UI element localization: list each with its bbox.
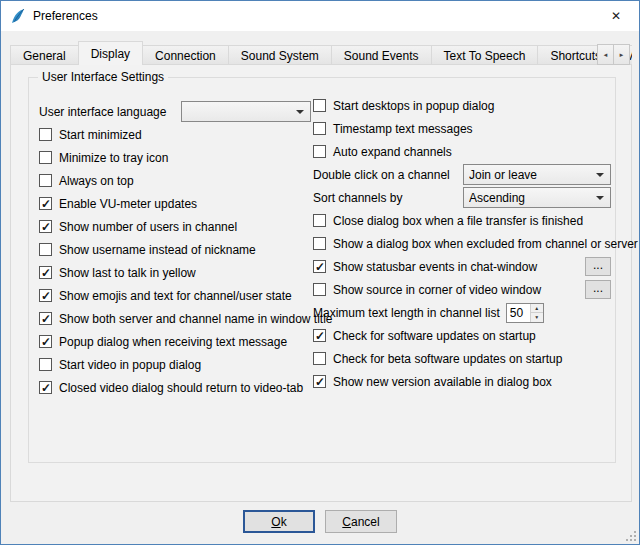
tab-scroll-buttons: ◄ ►: [598, 44, 630, 65]
spinner-up-icon[interactable]: ▲: [531, 304, 543, 314]
tab-sound-system[interactable]: Sound System: [228, 45, 332, 65]
checkbox-dialog-when-excluded[interactable]: Show a dialog box when excluded from cha…: [313, 232, 611, 255]
checkbox[interactable]: [39, 335, 52, 348]
ok-button[interactable]: Ok: [243, 510, 315, 533]
right-column: Start desktops in popup dialog Timestamp…: [313, 94, 611, 393]
tab-connection[interactable]: Connection: [142, 45, 229, 65]
checkbox-minimize-to-tray[interactable]: Minimize to tray icon: [39, 146, 311, 169]
checkbox[interactable]: [39, 220, 52, 233]
tab-general[interactable]: General: [10, 45, 79, 65]
checkbox-close-on-transfer-finished[interactable]: Close dialog box when a file transfer is…: [313, 209, 611, 232]
checkbox-desktops-popup[interactable]: Start desktops in popup dialog: [313, 94, 611, 117]
app-logo-icon: [10, 8, 26, 24]
ui-settings-groupbox: User Interface Settings User interface l…: [28, 77, 616, 463]
chevron-down-icon: [596, 196, 604, 204]
chevron-down-icon: [596, 173, 604, 181]
left-column: User interface language Start minimized …: [39, 100, 311, 399]
checkbox-check-updates[interactable]: Check for software updates on startup: [313, 324, 611, 347]
double-click-label: Double click on a channel: [313, 168, 450, 182]
sort-channels-label: Sort channels by: [313, 191, 402, 205]
dialog-footer: Ok Cancel: [1, 510, 639, 533]
preferences-dialog: Preferences ✕ General Display Connection…: [0, 0, 640, 545]
checkbox-video-popup-dialog[interactable]: Start video in popup dialog: [39, 353, 311, 376]
checkbox-check-beta-updates[interactable]: Check for beta software updates on start…: [313, 347, 611, 370]
sort-channels-row: Sort channels by Ascending: [313, 186, 611, 209]
sort-channels-combobox[interactable]: Ascending: [463, 187, 611, 208]
checkbox[interactable]: [313, 260, 326, 273]
checkbox-new-version-dialog[interactable]: Show new version available in dialog box: [313, 370, 611, 393]
tab-scroll-right-button[interactable]: ►: [613, 44, 630, 65]
language-combobox[interactable]: [181, 101, 311, 122]
checkbox[interactable]: [313, 214, 326, 227]
checkbox[interactable]: [39, 174, 52, 187]
spinner-down-icon[interactable]: ▼: [531, 313, 543, 322]
checkbox[interactable]: [313, 237, 326, 250]
tab-sound-events[interactable]: Sound Events: [331, 45, 432, 65]
groupbox-title: User Interface Settings: [38, 70, 168, 84]
window-title: Preferences: [33, 9, 98, 23]
checkbox[interactable]: [313, 283, 326, 296]
checkbox-always-on-top[interactable]: Always on top: [39, 169, 311, 192]
resize-grip-icon[interactable]: [624, 529, 637, 542]
checkbox[interactable]: [313, 99, 326, 112]
checkbox[interactable]: [313, 375, 326, 388]
tab-display[interactable]: Display: [78, 41, 143, 65]
max-text-length-row: Maximum text length in channel list 50 ▲…: [313, 301, 611, 324]
display-tab-page: User Interface Settings User interface l…: [10, 64, 632, 502]
scroll-right-icon: ►: [619, 52, 625, 58]
video-source-more-button[interactable]: ...: [585, 280, 611, 299]
checkbox[interactable]: [313, 329, 326, 342]
checkbox-username-instead-nickname[interactable]: Show username instead of nickname: [39, 238, 311, 261]
checkbox[interactable]: [313, 145, 326, 158]
double-click-combobox[interactable]: Join or leave: [463, 164, 611, 185]
checkbox[interactable]: [39, 266, 52, 279]
checkbox-timestamp-messages[interactable]: Timestamp text messages: [313, 117, 611, 140]
tab-strip: General Display Connection Sound System …: [10, 41, 632, 65]
max-text-length-label: Maximum text length in channel list: [313, 306, 500, 320]
max-text-length-spinner[interactable]: 50 ▲ ▼: [506, 303, 544, 323]
checkbox-last-to-talk-yellow[interactable]: Show last to talk in yellow: [39, 261, 311, 284]
language-label: User interface language: [39, 105, 166, 119]
checkbox[interactable]: [39, 151, 52, 164]
close-button[interactable]: ✕: [593, 1, 639, 31]
scroll-left-icon: ◄: [603, 52, 609, 58]
checkbox-emojis-and-text[interactable]: Show emojis and text for channel/user st…: [39, 284, 311, 307]
double-click-row: Double click on a channel Join or leave: [313, 163, 611, 186]
statusbar-events-more-button[interactable]: ...: [585, 257, 611, 276]
checkbox[interactable]: [39, 312, 52, 325]
close-icon: ✕: [611, 9, 621, 23]
video-source-row: Show source in corner of video window ..…: [313, 278, 611, 301]
checkbox-popup-on-text-message[interactable]: Popup dialog when receiving text message: [39, 330, 311, 353]
cancel-button[interactable]: Cancel: [325, 510, 397, 533]
checkbox-show-user-count[interactable]: Show number of users in channel: [39, 215, 311, 238]
checkbox-vu-meter-updates[interactable]: Enable VU-meter updates: [39, 192, 311, 215]
checkbox-auto-expand-channels[interactable]: Auto expand channels: [313, 140, 611, 163]
checkbox-closed-video-return[interactable]: Closed video dialog should return to vid…: [39, 376, 311, 399]
checkbox[interactable]: [313, 352, 326, 365]
title-bar[interactable]: Preferences ✕: [1, 1, 639, 31]
checkbox[interactable]: [39, 289, 52, 302]
chevron-down-icon: [296, 110, 304, 118]
checkbox[interactable]: [39, 358, 52, 371]
checkbox-server-channel-in-title[interactable]: Show both server and channel name in win…: [39, 307, 311, 330]
checkbox-start-minimized[interactable]: Start minimized: [39, 123, 311, 146]
tab-scroll-left-button[interactable]: ◄: [597, 44, 614, 65]
checkbox[interactable]: [39, 197, 52, 210]
tab-text-to-speech[interactable]: Text To Speech: [431, 45, 539, 65]
statusbar-events-row: Show statusbar events in chat-window ...: [313, 255, 611, 278]
checkbox[interactable]: [39, 128, 52, 141]
language-row: User interface language: [39, 100, 311, 123]
checkbox[interactable]: [313, 122, 326, 135]
checkbox[interactable]: [39, 243, 52, 256]
checkbox[interactable]: [39, 381, 52, 394]
